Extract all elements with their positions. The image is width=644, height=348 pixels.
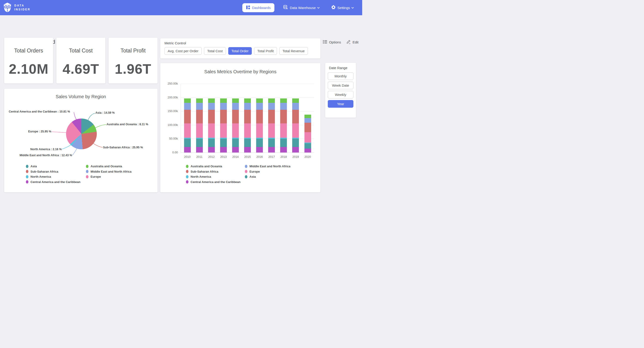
legend-item[interactable]: Australia and Oceania: [86, 165, 132, 168]
legend-dot: [245, 170, 248, 173]
legend-label: North America: [190, 175, 211, 178]
date-range-title: Date Range: [329, 66, 354, 70]
date-range-option[interactable]: Year: [328, 100, 354, 108]
x-axis-tick: 2016: [254, 155, 265, 159]
legend-item[interactable]: Europe: [245, 170, 290, 173]
bar-stack: [256, 84, 263, 153]
pie-slice-label: Europe : 25.95 %: [28, 130, 51, 133]
sub-header: Sales Dashboard Add Filter Boost: Off: [0, 15, 362, 38]
bar-segment: [268, 98, 275, 103]
legend-label: Central America and the Caribbean: [30, 180, 80, 184]
bar-segment: [268, 139, 275, 147]
metric-button[interactable]: Total Profit: [254, 47, 277, 55]
bar-segment: [208, 123, 215, 138]
metric-control-card: Metric Control Avg. Cost per OrderTotal …: [160, 38, 320, 59]
chevron-down-icon: [351, 7, 354, 9]
date-range-option[interactable]: Monthly: [328, 72, 354, 80]
bar-segment: [280, 138, 287, 139]
bar-segment: [280, 123, 287, 138]
legend-item[interactable]: Middle East and North Africa: [245, 165, 290, 168]
bar-segment: [304, 118, 311, 123]
legend-item[interactable]: Sub-Saharan Africa: [26, 170, 80, 173]
bar-segment: [196, 110, 203, 123]
legend-item[interactable]: Sub-Saharan Africa: [186, 170, 240, 173]
bar-segment: [304, 123, 311, 132]
edit-button[interactable]: Edit: [346, 40, 358, 45]
bar-segment: [304, 143, 311, 144]
top-nav: DashboardsData WarehouseSettings: [242, 3, 357, 13]
bar-segment: [184, 123, 191, 138]
metric-button[interactable]: Total Revenue: [279, 47, 308, 55]
metric-button[interactable]: Total Cost: [204, 47, 226, 55]
legend-dot: [86, 165, 88, 168]
legend-label: Middle East and North Africa: [250, 165, 290, 168]
legend-dot: [26, 175, 28, 178]
bar-segment: [220, 147, 227, 153]
bar-segment: [244, 103, 251, 110]
legend-label: Central America and the Caribbean: [190, 180, 240, 184]
bar-segment: [232, 98, 239, 103]
pie-chart: [66, 119, 97, 149]
kpi-value: 4.69T: [56, 61, 105, 77]
legend-dot: [186, 175, 188, 178]
bar-chart-title: Sales Metrics Overtime by Regions: [160, 69, 320, 74]
dashboard-icon: [246, 5, 250, 10]
legend-item[interactable]: Europe: [86, 175, 132, 178]
legend-dot: [86, 175, 88, 178]
metric-button[interactable]: Total Order: [228, 47, 252, 55]
legend-dot: [186, 180, 188, 183]
gridline: [181, 153, 314, 153]
legend-label: Sub-Saharan Africa: [190, 170, 218, 173]
bar-segment: [256, 98, 263, 103]
legend-item[interactable]: Australia and Oceania: [186, 165, 240, 168]
legend-item[interactable]: North America: [26, 175, 80, 178]
date-range-option[interactable]: Week Date: [328, 82, 354, 89]
y-axis-tick: 50.00k: [164, 137, 178, 140]
legend-column: Australia and OceaniaMiddle East and Nor…: [86, 165, 132, 178]
bar-segment: [256, 123, 263, 138]
bar-segment: [244, 138, 251, 139]
pie-slice-label: Asia : 14.59 %: [96, 111, 114, 114]
pie-chart-title: Sales Volume by Region: [4, 94, 158, 99]
x-axis-tick: 2020: [302, 155, 313, 159]
bar-segment: [292, 138, 299, 139]
kpi-card: Total Orders2.10M: [4, 38, 53, 83]
bar-segment: [184, 147, 191, 153]
nav-item-data-warehouse[interactable]: Data Warehouse: [280, 3, 322, 13]
nav-item-dashboards[interactable]: Dashboards: [242, 3, 274, 12]
bar-segment: [292, 103, 299, 110]
x-axis-tick: 2010: [182, 155, 193, 159]
nav-item-settings[interactable]: Settings: [328, 3, 357, 12]
y-axis-tick: 250.00k: [164, 82, 178, 85]
metric-button[interactable]: Avg. Cost per Order: [164, 47, 202, 55]
bar-segment: [268, 123, 275, 138]
bar-segment: [196, 147, 203, 153]
legend-item[interactable]: Central America and the Caribbean: [186, 180, 240, 184]
pie-chart-card: Sales Volume by Region Asia : 14.59 %Aus…: [4, 89, 158, 192]
options-button[interactable]: Options: [323, 40, 341, 44]
legend-item[interactable]: Asia: [26, 165, 80, 168]
bar-segment: [268, 147, 275, 153]
bar-segment: [232, 110, 239, 123]
bar-segment: [256, 138, 263, 139]
bar-stack: [292, 84, 299, 153]
legend-item[interactable]: Middle East and North Africa: [86, 170, 132, 173]
bar-segment: [292, 147, 299, 153]
owl-logo-icon: [3, 2, 12, 13]
bar-segment: [232, 138, 239, 139]
legend-item[interactable]: Central America and the Caribbean: [26, 180, 80, 184]
bar-segment: [256, 103, 263, 110]
bar-stack: [184, 84, 191, 153]
legend-label: North America: [30, 175, 51, 178]
legend-item[interactable]: North America: [186, 175, 240, 178]
bar-segment: [280, 110, 287, 123]
bar-segment: [196, 123, 203, 138]
pie-slice-label: Sub-Saharan Africa : 25.95 %: [103, 146, 143, 149]
bar-segment: [292, 139, 299, 147]
bar-segment: [184, 139, 191, 147]
date-range-option[interactable]: Weekly: [328, 91, 354, 98]
legend-item[interactable]: Asia: [245, 175, 290, 178]
bar-segment: [220, 110, 227, 123]
kpi-card: Total Profit1.96T: [108, 38, 158, 83]
bar-segment: [280, 98, 287, 103]
